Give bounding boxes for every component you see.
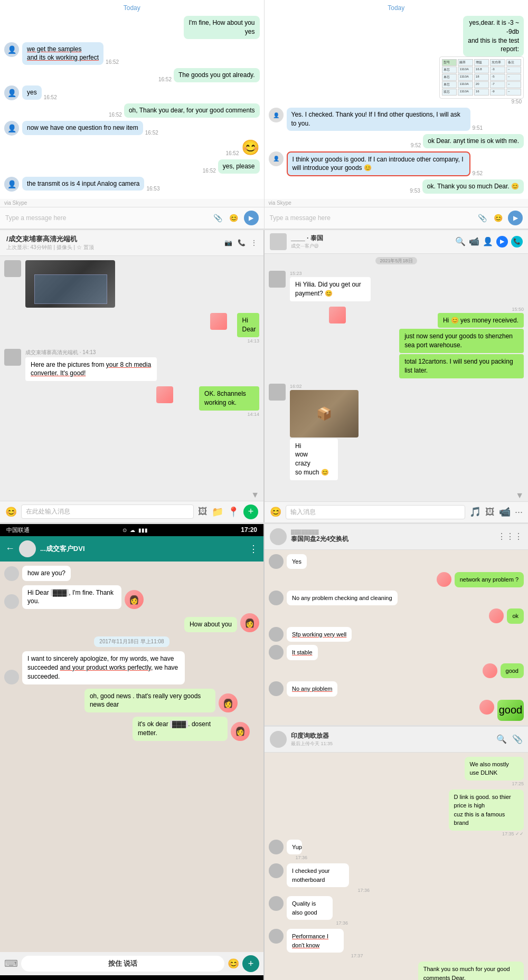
avatar — [269, 896, 284, 911]
call-button[interactable]: 📞 — [511, 236, 523, 248]
timestamp: 9:53 — [410, 188, 420, 194]
emoji-sticker: 😊 — [241, 139, 260, 156]
carrier-label: 中国联通 — [6, 526, 30, 534]
emoji-icon[interactable]: 😊 — [228, 212, 240, 224]
chat-input-bar-right[interactable]: Type a message here 📎 😊 ▶ — [265, 207, 529, 229]
sender-name: 成交束埔寨高清光端机 · 14:13 — [25, 349, 213, 356]
avatar — [4, 349, 21, 366]
more-icon[interactable]: ⋮ — [251, 239, 257, 246]
attachment-icon[interactable]: 📎 — [512, 734, 523, 744]
contact-avatar — [270, 528, 287, 545]
table-row: ok Dear. anyt time is ok with me. 9:52 — [269, 134, 524, 148]
message-bubble: I checked your motherboard — [287, 863, 349, 887]
message-bubble: network any problem ? — [455, 572, 524, 587]
chat-input-bar-left[interactable]: Type a message here 📎 😊 ▶ — [0, 207, 264, 229]
emoji-icon[interactable]: 😊 — [492, 212, 504, 224]
file-icon[interactable]: 📁 — [212, 506, 223, 518]
wechat-input-bar-right[interactable]: 😊 输入消息 🎵 🖼 📹 ··· — [265, 501, 528, 522]
highlighted-text: your 8 ch media converter. It's good! — [31, 361, 151, 377]
keyboard-icon[interactable]: ⌨ — [4, 958, 18, 969]
message-bubble: we get the samplesand its ok working per… — [22, 42, 103, 65]
input-placeholder[interactable]: Type a message here — [5, 214, 66, 222]
wechat-header-left: /成交束埔寨高清光端机 上次显示: 43分钟前 | 摄像头 | ☆ 置顶 📷 📞… — [0, 230, 263, 256]
test-report-image: 型号 频率 增益 光功率 备注 单芯 1310A 16.8 -3 -- — [439, 56, 524, 99]
message-bubble: We also mostly use DLlNK — [465, 757, 524, 781]
more-icon[interactable]: ⋮⋮⋮ — [497, 531, 523, 541]
timestamp: 17:36 — [287, 920, 348, 926]
timestamp: 17:35 ✓✓ — [502, 831, 524, 836]
table-row: 👤 the transmit os is 4 input Analog came… — [4, 177, 260, 192]
table-row: The goods you got already. 16:52 — [4, 68, 260, 82]
more-icon[interactable]: ··· — [515, 507, 523, 518]
message-bubble: How about you — [184, 617, 237, 632]
message-bubble: how are you? — [22, 566, 71, 581]
person-icon[interactable]: 👤 — [483, 236, 493, 246]
audio-icon[interactable]: 🎵 — [469, 506, 481, 518]
avatar — [269, 681, 284, 696]
more-icon[interactable]: ⋮ — [249, 543, 258, 555]
emoji-icon[interactable]: 😊 — [270, 506, 281, 518]
table-row: How about you 👩 — [4, 613, 259, 632]
table-row: 👤 Yes. I checked. Thank you! If I find o… — [269, 108, 524, 131]
video-call-button[interactable]: ▶ — [496, 236, 508, 248]
plus-button[interactable]: + — [243, 505, 258, 519]
video-icon[interactable]: 📹 — [469, 236, 479, 246]
input-placeholder[interactable]: Type a message here — [270, 214, 331, 222]
day-label-left: Today — [0, 0, 264, 14]
wechat-input-field[interactable]: 在此处输入消息 — [21, 505, 194, 519]
mobile-panel: 中国联通 ⊙ ☁ ▮▮▮ 17:20 ← ...成交客户DVI ⋮ how ar — [0, 524, 265, 980]
signal-icon: ☁ — [130, 527, 135, 533]
attachment-icon[interactable]: 📎 — [476, 212, 488, 224]
message-bubble: oh, good news . that's really very goods… — [84, 689, 215, 713]
send-button[interactable]: ▶ — [244, 211, 259, 225]
search-icon[interactable]: 🔍 — [455, 236, 466, 246]
table-row: 15:23 Hi Yilia. Did you get our payment?… — [269, 271, 524, 301]
message-bubble: Hi Dear ▓▓▓, I'm fine. Thank you. — [22, 585, 121, 610]
image-icon[interactable]: 🖼 — [198, 506, 208, 517]
table-row: yes,dear. it is -3 ~ -9dband this is the… — [269, 16, 524, 104]
message-bubble: It stable — [287, 645, 318, 660]
mobile-input-bar[interactable]: ⌨ 按住 说话 😊 + — [0, 952, 263, 975]
table-row: oh, good news . that's really very goods… — [4, 689, 259, 713]
plus-button[interactable]: + — [242, 955, 259, 972]
wechat-header-right: ____ · 泰国 成交···客户@ 🔍 📹 👤 ▶ 📞 — [265, 230, 528, 254]
message-bubble: Here are the pictures from your 8 ch med… — [25, 357, 157, 382]
location-icon[interactable]: 📍 — [228, 506, 239, 518]
table-row: I want to sincerely apologize, for my wo… — [4, 651, 259, 684]
attachment-icon[interactable]: 📎 — [212, 212, 224, 224]
table-row: yes, please 16:52 — [4, 159, 260, 174]
search-icon[interactable]: 🔍 — [496, 734, 507, 744]
phone-icon[interactable]: 📞 — [238, 239, 246, 246]
contact-avatar — [19, 540, 36, 557]
scroll-down-indicator[interactable]: ▼ — [0, 489, 263, 501]
scroll-down-indicator[interactable]: ▼ — [265, 490, 528, 501]
sender-avatar: 👩 — [240, 613, 259, 632]
message-bubble: ok. Thank you so much Dear. 😊 — [422, 179, 524, 194]
timestamp: 14:14 — [247, 412, 259, 417]
wechat-input-bar-left[interactable]: 😊 在此处输入消息 🖼 📁 📍 + — [0, 501, 263, 522]
video-icon[interactable]: 📷 — [224, 239, 232, 246]
wechat-header-icons-right: 🔍 📹 👤 ▶ 📞 — [455, 236, 523, 248]
table-row: Hi Dear 14:13 — [4, 313, 259, 344]
send-button[interactable]: ▶ — [508, 211, 523, 225]
mobile-text-field[interactable]: 按住 说话 — [21, 956, 224, 972]
message-bubble: yes — [22, 85, 42, 100]
message-bubble: No any ploblem — [287, 681, 337, 697]
table-row: Quality is also good 17:36 — [269, 896, 524, 926]
message-bubble: it's ok dear ▓▓▓. dosent metter. — [133, 717, 228, 741]
timestamp: 9:51 — [473, 125, 483, 131]
india-chat-panel: 印度询欧放器 最后上传今天 11:35 🔍 📎 We also mostly u… — [265, 727, 528, 980]
wechat-input-field-right[interactable]: 输入消息 — [286, 505, 465, 519]
avatar — [269, 384, 286, 401]
video-icon[interactable]: 📹 — [499, 506, 511, 518]
table-row: Yes — [269, 554, 524, 569]
emoji-icon[interactable]: 😊 — [228, 958, 239, 969]
back-button[interactable]: ← — [5, 543, 15, 554]
image-icon[interactable]: 🖼 — [485, 507, 495, 518]
message-bubble: Yup — [287, 840, 302, 855]
timestamp: 16:53 — [146, 186, 159, 192]
timestamp: 16:02 — [290, 384, 359, 389]
emoji-icon[interactable]: 😊 — [5, 506, 17, 518]
table-row: good — [269, 700, 524, 721]
table-row — [4, 260, 259, 308]
